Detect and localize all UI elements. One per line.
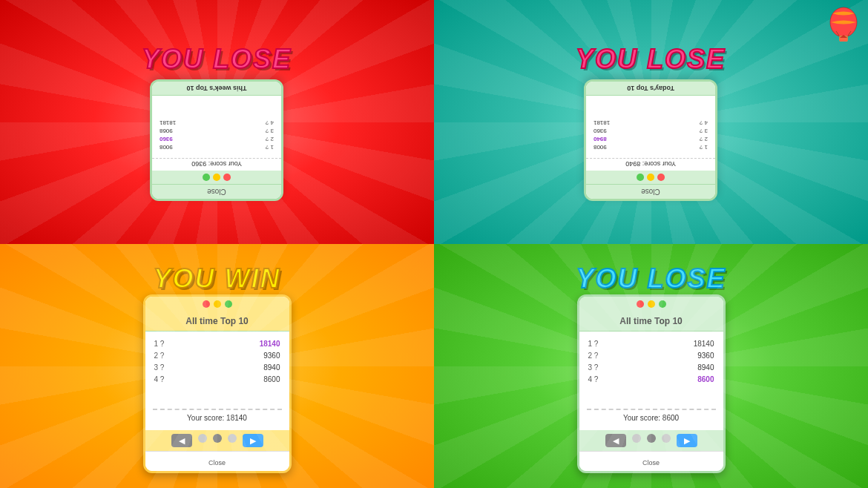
- nav-dot2-q4[interactable]: [647, 434, 656, 443]
- card-wrapper-q4: YOU LOSE All time Top 10 1 ? 18140 2 ? 9…: [576, 259, 726, 473]
- card-wrapper-q2: Close Your score: 8940 1 ? 9008 2 ? 8940…: [576, 44, 726, 201]
- card-wrapper-q3: YOU WIN All time Top 10 1 ? 18140 2 ? 93…: [143, 259, 292, 473]
- table-row: 2 ? 9360: [588, 352, 714, 360]
- table-row: 1 ? 18140: [154, 340, 280, 348]
- table-row: 2 ? 9360: [154, 352, 280, 360]
- score-q4: Your score: 8600: [579, 410, 723, 426]
- close-button-q3[interactable]: Close: [208, 459, 226, 466]
- card-close-q2: Close: [587, 184, 716, 199]
- tab-label-q1: This week's Top 10: [153, 82, 282, 96]
- close-area-q4: Close: [579, 451, 723, 471]
- table-row: 1 ? 18140: [588, 340, 714, 348]
- card-dots-q1: [153, 171, 282, 184]
- leaderboard-q1: 1 ? 9008 2 ? 9360 3 ? 9068 4 ? 18181: [153, 96, 282, 155]
- card-wrapper-q1: Close Your score: 9360 1 ? 9008 2 ? 9360…: [142, 44, 292, 201]
- dot-red-q4: [637, 300, 644, 308]
- dot-red-q3: [203, 300, 210, 308]
- nav-dot3-q4[interactable]: [662, 434, 671, 443]
- card-q4: All time Top 10 1 ? 18140 2 ? 9360 3 ? 8…: [577, 294, 726, 473]
- dot-yellow-q1: [214, 174, 221, 181]
- tab-label-q2: Today's Top 10: [587, 82, 716, 96]
- nav-dot2-q3[interactable]: [213, 434, 222, 443]
- close-area-q3: Close: [145, 451, 289, 471]
- result-text-q1: YOU LOSE: [142, 44, 292, 75]
- score-q3: Your score: 18140: [145, 410, 289, 426]
- dot-green-q1: [203, 174, 211, 181]
- card-dots-q2: [587, 171, 716, 184]
- quadrant-bottom-right: YOU LOSE All time Top 10 1 ? 18140 2 ? 9…: [434, 244, 868, 488]
- quadrant-top-right: Close Your score: 8940 1 ? 9008 2 ? 8940…: [434, 0, 868, 244]
- leaderboard-q2: 1 ? 9008 2 ? 8940 3 ? 9360 4 ? 18181: [587, 96, 716, 155]
- balloon-decoration: [825, 6, 862, 50]
- nav-dot1-q3[interactable]: [198, 434, 207, 443]
- card-dots-q4: [579, 297, 723, 311]
- nav-buttons-q3: ◀ ▶: [145, 430, 289, 451]
- tab-label-q4: All time Top 10: [579, 311, 723, 332]
- nav-dot1-q4[interactable]: [632, 434, 641, 443]
- card-close-q1: Close: [153, 184, 282, 199]
- dot-green-q4: [659, 300, 666, 308]
- score-q2: Your score: 8940: [587, 158, 716, 171]
- dot-red-q2: [658, 174, 665, 181]
- card-q1: Close Your score: 9360 1 ? 9008 2 ? 9360…: [151, 79, 284, 201]
- tab-label-q3: All time Top 10: [145, 311, 289, 332]
- dot-red-q1: [224, 174, 231, 181]
- nav-next-q4[interactable]: ▶: [677, 434, 697, 447]
- leaderboard-q4: 1 ? 18140 2 ? 9360 3 ? 8940 4 ? 8600: [579, 332, 723, 406]
- svg-rect-5: [840, 38, 847, 42]
- nav-buttons-q4: ◀ ▶: [579, 430, 723, 451]
- nav-dot3-q3[interactable]: [228, 434, 237, 443]
- table-row: 2 ? 9360: [160, 136, 274, 142]
- dot-yellow-q4: [648, 300, 655, 308]
- table-row: 3 ? 8940: [154, 363, 280, 372]
- score-q1: Your score: 9360: [153, 158, 282, 171]
- table-row: 3 ? 8940: [588, 363, 714, 372]
- table-row: 1 ? 9008: [160, 144, 274, 151]
- result-text-q4: YOU LOSE: [576, 263, 726, 294]
- dot-yellow-q2: [648, 174, 655, 181]
- dot-yellow-q3: [214, 300, 221, 308]
- table-row: 3 ? 9360: [594, 128, 708, 134]
- nav-next-q3[interactable]: ▶: [243, 434, 263, 447]
- table-row: 4 ? 18181: [594, 119, 708, 126]
- result-text-q3: YOU WIN: [154, 263, 281, 294]
- table-row: 4 ? 8600: [588, 375, 714, 383]
- card-q3: All time Top 10 1 ? 18140 2 ? 9360 3 ? 8…: [143, 294, 292, 473]
- quadrant-bottom-left: YOU WIN All time Top 10 1 ? 18140 2 ? 93…: [0, 244, 434, 488]
- quadrant-top-left: Close Your score: 9360 1 ? 9008 2 ? 9360…: [0, 0, 434, 244]
- table-row: 4 ? 8600: [154, 375, 280, 383]
- table-row: 1 ? 9008: [594, 144, 708, 151]
- card-q2: Close Your score: 8940 1 ? 9008 2 ? 8940…: [585, 79, 718, 201]
- dot-green-q3: [225, 300, 232, 308]
- card-dots-q3: [145, 297, 289, 311]
- table-row: 4 ? 18181: [160, 119, 274, 126]
- table-row: 3 ? 9068: [160, 128, 274, 134]
- leaderboard-q3: 1 ? 18140 2 ? 9360 3 ? 8940 4 ? 8600: [145, 332, 289, 406]
- result-text-q2: YOU LOSE: [576, 44, 726, 75]
- close-button-q4[interactable]: Close: [642, 459, 660, 466]
- table-row: 2 ? 8940: [594, 136, 708, 142]
- nav-prev-q4[interactable]: ◀: [605, 434, 626, 447]
- dot-green-q2: [637, 174, 645, 181]
- nav-prev-q3[interactable]: ◀: [171, 434, 192, 447]
